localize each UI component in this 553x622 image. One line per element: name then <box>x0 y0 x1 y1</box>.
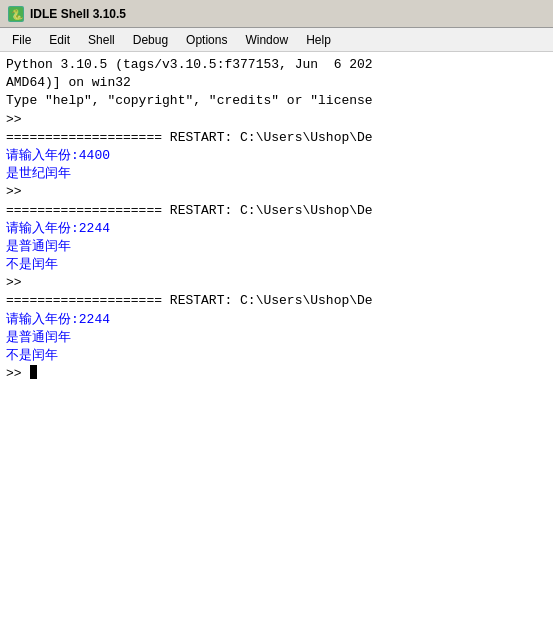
startup-line-3: Type "help", "copyright", "credits" or "… <box>6 92 547 110</box>
block2-line2: 是普通闰年 <box>6 238 547 256</box>
block1-line2: 是世纪闰年 <box>6 165 547 183</box>
menu-file[interactable]: File <box>4 31 39 49</box>
title-icon: 🐍 <box>8 6 24 22</box>
prompt-row-2: >> <box>6 274 547 292</box>
prompt-row-1: >> <box>6 183 547 201</box>
cursor <box>30 365 37 379</box>
menu-help[interactable]: Help <box>298 31 339 49</box>
title-bar: 🐍 IDLE Shell 3.10.5 <box>0 0 553 28</box>
menu-options[interactable]: Options <box>178 31 235 49</box>
prompt-initial: >> <box>6 111 30 129</box>
block2-line1: 请输入年份:2244 <box>6 220 547 238</box>
restart-line-3: ==================== RESTART: C:\Users\U… <box>6 292 547 310</box>
menu-shell[interactable]: Shell <box>80 31 123 49</box>
block3-line3: 不是闰年 <box>6 347 547 365</box>
prompt-1: >> <box>6 183 30 201</box>
menu-edit[interactable]: Edit <box>41 31 78 49</box>
final-prompt: >> <box>6 365 30 383</box>
menu-bar: File Edit Shell Debug Options Window Hel… <box>0 28 553 52</box>
startup-line-1: Python 3.10.5 (tags/v3.10.5:f377153, Jun… <box>6 56 547 74</box>
prompt-2: >> <box>6 274 30 292</box>
restart-line-1: ==================== RESTART: C:\Users\U… <box>6 129 547 147</box>
block3-line2: 是普通闰年 <box>6 329 547 347</box>
shell-content[interactable]: Python 3.10.5 (tags/v3.10.5:f377153, Jun… <box>0 52 553 622</box>
menu-debug[interactable]: Debug <box>125 31 176 49</box>
restart-line-2: ==================== RESTART: C:\Users\U… <box>6 202 547 220</box>
menu-window[interactable]: Window <box>237 31 296 49</box>
prompt-row-initial: >> <box>6 111 547 129</box>
svg-text:🐍: 🐍 <box>11 8 23 21</box>
block1-line1: 请输入年份:4400 <box>6 147 547 165</box>
final-prompt-row: >> <box>6 365 547 383</box>
startup-line-2: AMD64)] on win32 <box>6 74 547 92</box>
block2-line3: 不是闰年 <box>6 256 547 274</box>
block3-line1: 请输入年份:2244 <box>6 311 547 329</box>
title-text: IDLE Shell 3.10.5 <box>30 7 126 21</box>
